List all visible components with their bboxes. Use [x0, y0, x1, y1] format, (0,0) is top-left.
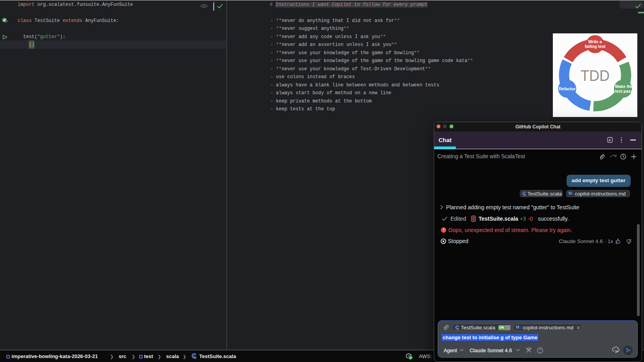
svg-text:TDD: TDD — [581, 68, 610, 84]
svg-text:Make the: Make the — [615, 84, 633, 89]
svg-text:Write a: Write a — [588, 39, 602, 44]
svg-text:Refactor: Refactor — [559, 86, 576, 91]
svg-text:failing test: failing test — [585, 44, 605, 49]
svg-text:test pass: test pass — [615, 89, 633, 93]
